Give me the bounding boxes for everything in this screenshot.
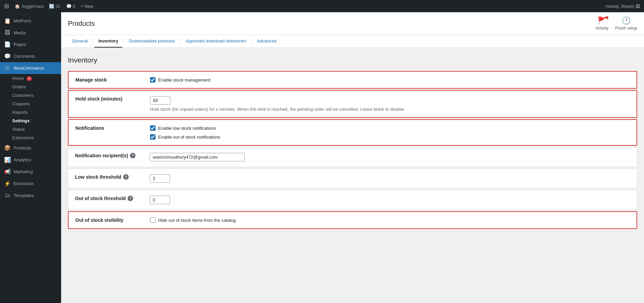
sidebar-subitem-coupons[interactable]: Coupons bbox=[0, 100, 61, 108]
page-title: Products bbox=[68, 20, 95, 28]
media-icon: 🖼 bbox=[4, 30, 11, 36]
notifications-label: Notifications bbox=[75, 125, 150, 131]
out-of-stock-threshold-section: Out of stock threshold ? bbox=[68, 190, 637, 210]
enable-stock-management-row: Enable stock management bbox=[150, 77, 630, 83]
content-header: Products 🚩 Activity 🕐 Finish setup bbox=[61, 12, 644, 35]
tab-advanced[interactable]: Advanced bbox=[253, 35, 281, 48]
activity-button[interactable]: 🚩 Activity bbox=[595, 16, 608, 31]
hold-stock-section: Hold stock (minutes) Hold stock (for unp… bbox=[68, 90, 637, 118]
out-of-stock-threshold-input[interactable] bbox=[150, 196, 170, 204]
analytics-icon: 📊 bbox=[4, 157, 11, 163]
sidebar-subitem-settings[interactable]: Settings bbox=[0, 117, 61, 125]
metform-icon: 📋 bbox=[4, 18, 11, 24]
woocommerce-icon: 🛒 bbox=[4, 65, 11, 71]
hide-out-of-stock-label: Hide out of stock items from the catalog bbox=[158, 218, 236, 223]
notification-recipient-section: Notification recipient(s) ? bbox=[68, 147, 637, 167]
low-stock-notification-checkbox[interactable] bbox=[150, 125, 155, 131]
sidebar-item-elementor[interactable]: ⚡ Elementor bbox=[0, 178, 61, 190]
sidebar-item-metform[interactable]: 📋 MetForm bbox=[0, 15, 61, 27]
notification-recipient-input[interactable] bbox=[150, 153, 245, 161]
sidebar-item-media[interactable]: 🖼 Media bbox=[0, 27, 61, 38]
notifications-content: Enable low stock notifications Enable ou… bbox=[150, 125, 630, 140]
comments-count[interactable]: 💬 0 bbox=[66, 4, 75, 9]
hold-stock-label: Hold stock (minutes) bbox=[75, 96, 150, 102]
out-of-stock-threshold-label: Out of stock threshold ? bbox=[75, 196, 150, 201]
flag-icon: 🚩 bbox=[597, 16, 607, 25]
sidebar-item-woocommerce[interactable]: 🛒 WooCommerce bbox=[0, 62, 61, 74]
main-content: Products 🚩 Activity 🕐 Finish setup Gener… bbox=[61, 12, 644, 303]
notification-recipient-help[interactable]: ? bbox=[130, 153, 135, 158]
hold-stock-input[interactable] bbox=[150, 96, 170, 105]
comments-icon: 💬 bbox=[4, 53, 11, 59]
sidebar-item-marketing[interactable]: 📢 Marketing bbox=[0, 166, 61, 178]
home-badge: 4 bbox=[26, 76, 32, 81]
sidebar: 📋 MetForm 🖼 Media 📄 Pages 💬 Comments 🛒 W… bbox=[0, 12, 61, 303]
tab-inventory[interactable]: Inventory bbox=[94, 35, 123, 48]
notification-recipient-label: Notification recipient(s) ? bbox=[75, 153, 150, 158]
low-stock-notification-label: Enable low stock notifications bbox=[158, 126, 216, 131]
sidebar-subitem-orders[interactable]: Orders bbox=[0, 83, 61, 91]
hide-out-of-stock-row: Hide out of stock items from the catalog bbox=[150, 217, 630, 223]
settings-tabs: General | Inventory | Downloadable produ… bbox=[61, 35, 644, 48]
sidebar-item-pages[interactable]: 📄 Pages bbox=[0, 38, 61, 50]
finish-setup-button[interactable]: 🕐 Finish setup bbox=[615, 16, 637, 31]
tab-general[interactable]: General bbox=[68, 35, 92, 48]
products-icon: 📦 bbox=[4, 145, 11, 151]
hold-stock-content: Hold stock (for unpaid orders) for x min… bbox=[150, 96, 630, 112]
sidebar-subitem-home[interactable]: Home 4 bbox=[0, 74, 61, 83]
out-of-stock-threshold-help[interactable]: ? bbox=[128, 196, 133, 201]
sidebar-item-products[interactable]: 📦 Products bbox=[0, 142, 61, 154]
out-of-stock-threshold-content bbox=[150, 196, 630, 204]
tab-approved[interactable]: Approved download directories bbox=[182, 35, 251, 48]
out-of-stock-notification-label: Enable out of stock notifications bbox=[158, 135, 220, 140]
header-actions: 🚩 Activity 🕐 Finish setup bbox=[595, 16, 637, 31]
templates-icon: 🗂 bbox=[4, 192, 11, 198]
site-name[interactable]: 🏠 Juggernaut bbox=[15, 4, 43, 9]
out-of-stock-notification-checkbox[interactable] bbox=[150, 134, 155, 140]
enable-stock-checkbox[interactable] bbox=[150, 77, 155, 83]
wp-logo-icon[interactable]: ⊞ bbox=[4, 2, 9, 10]
low-stock-threshold-section: Low stock threshold ? bbox=[68, 168, 637, 189]
pages-icon: 📄 bbox=[4, 41, 11, 48]
sidebar-subitem-customers[interactable]: Customers bbox=[0, 91, 61, 100]
hide-out-of-stock-checkbox[interactable] bbox=[150, 217, 155, 223]
tab-downloadable[interactable]: Downloadable products bbox=[125, 35, 179, 48]
clock-icon: 🕐 bbox=[622, 16, 631, 25]
user-greeting: Howdy, Wasim 🖼 bbox=[605, 4, 640, 9]
sidebar-item-templates[interactable]: 🗂 Templates bbox=[0, 190, 61, 201]
low-stock-threshold-label: Low stock threshold ? bbox=[75, 174, 150, 180]
updates-count[interactable]: 🔄 31 bbox=[49, 4, 60, 9]
sidebar-subitem-extensions[interactable]: Extensions bbox=[0, 133, 61, 142]
out-of-stock-notification-row: Enable out of stock notifications bbox=[150, 134, 630, 140]
low-stock-threshold-help[interactable]: ? bbox=[123, 174, 129, 180]
sidebar-subitem-status[interactable]: Status bbox=[0, 125, 61, 133]
low-stock-threshold-input[interactable] bbox=[150, 174, 170, 183]
low-stock-threshold-content bbox=[150, 174, 630, 183]
out-of-stock-visibility-section: Out of stock visibility Hide out of stoc… bbox=[68, 211, 637, 229]
low-stock-notification-row: Enable low stock notifications bbox=[150, 125, 630, 131]
marketing-icon: 📢 bbox=[4, 168, 11, 175]
new-button[interactable]: + New bbox=[81, 4, 93, 9]
notification-recipient-content bbox=[150, 153, 630, 161]
sidebar-item-analytics[interactable]: 📊 Analytics bbox=[0, 154, 61, 166]
manage-stock-section: Manage stock Enable stock management bbox=[68, 71, 637, 89]
section-title: Inventory bbox=[68, 56, 637, 64]
out-of-stock-visibility-content: Hide out of stock items from the catalog bbox=[150, 217, 630, 223]
sidebar-item-comments[interactable]: 💬 Comments bbox=[0, 50, 61, 62]
sidebar-subitem-reports[interactable]: Reports bbox=[0, 108, 61, 117]
enable-stock-label: Enable stock management bbox=[158, 77, 210, 83]
notifications-section: Notifications Enable low stock notificat… bbox=[68, 119, 637, 146]
manage-stock-label: Manage stock bbox=[75, 77, 150, 83]
page-content: Inventory Manage stock Enable stock mana… bbox=[61, 48, 644, 238]
manage-stock-content: Enable stock management bbox=[150, 77, 630, 83]
hold-stock-description: Hold stock (for unpaid orders) for x min… bbox=[150, 107, 630, 112]
elementor-icon: ⚡ bbox=[4, 180, 11, 187]
out-of-stock-visibility-label: Out of stock visibility bbox=[75, 217, 150, 223]
admin-bar: ⊞ 🏠 Juggernaut 🔄 31 💬 0 + New Howdy, Was… bbox=[0, 0, 644, 12]
